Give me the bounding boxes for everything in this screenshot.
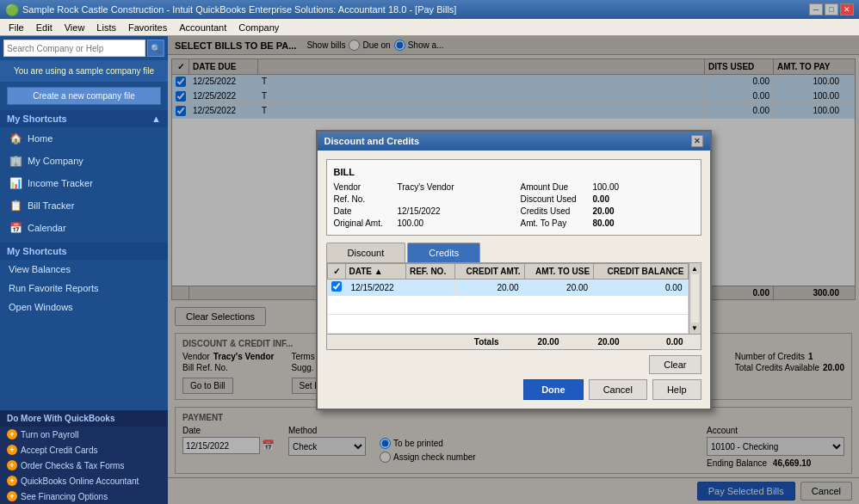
my-shortcuts-header[interactable]: My Shortcuts ▲: [0, 110, 168, 127]
sidebar-item-qboa[interactable]: + QuickBooks Online Accountant: [0, 473, 168, 489]
sidebar-item-bill-tracker[interactable]: 📋 Bill Tracker: [0, 194, 168, 217]
modal-amt-to-pay-value: 80.00: [593, 218, 615, 228]
company-icon: 🏢: [9, 154, 22, 168]
menu-view[interactable]: View: [59, 22, 90, 34]
menu-company[interactable]: Company: [233, 22, 284, 34]
col-amt-to-use-header: AMT. TO USE: [524, 264, 594, 280]
app-icon: 🟢: [5, 3, 19, 16]
bill-info-section: BILL Vendor Tracy's Vendor Amount Due 10…: [326, 159, 701, 236]
scroll-thumb[interactable]: [691, 274, 699, 323]
credits-table-area: ✓ DATE ▲ REF. NO. CREDIT AMT. AMT. TO US…: [327, 263, 701, 334]
credit-cards-plus-icon: +: [7, 445, 17, 455]
sidebar-item-view-balances[interactable]: View Balances: [0, 260, 168, 279]
modal-amount-due-value: 100.00: [593, 182, 620, 192]
search-bar: 🔍: [0, 36, 168, 60]
modal-vendor-value: Tracy's Vendor: [398, 182, 454, 192]
modal-overlay: Discount and Credits ✕ BILL Vendor Tracy…: [168, 36, 859, 504]
vertical-scrollbar[interactable]: ▲ ▼: [689, 263, 701, 334]
modal-credits-used-value: 20.00: [593, 206, 615, 216]
menu-file[interactable]: File: [3, 22, 29, 34]
credit-row1-refno: [405, 280, 454, 296]
chevron-icon: ▲: [151, 114, 161, 124]
col-credit-amt-header: CREDIT AMT.: [455, 264, 524, 280]
search-input[interactable]: [3, 40, 145, 57]
credits-table-container: ✓ DATE ▲ REF. NO. CREDIT AMT. AMT. TO US…: [327, 263, 689, 334]
credit-row1-check[interactable]: [327, 280, 345, 296]
window-title: Sample Rock Castle Construction - Intuit…: [22, 4, 456, 15]
totals-amt-to-use: 20.00: [566, 337, 627, 347]
credit-row1-date: 12/15/2022: [345, 280, 405, 296]
scroll-down[interactable]: ▼: [689, 324, 701, 334]
sidebar-item-order-checks[interactable]: + Order Checks & Tax Forms: [0, 458, 168, 473]
qboa-plus-icon: +: [7, 476, 17, 486]
home-label: Home: [28, 133, 53, 144]
payroll-plus-icon: +: [7, 429, 17, 439]
create-company-button[interactable]: Create a new company file: [7, 87, 161, 105]
shortcuts-header[interactable]: My Shortcuts: [0, 243, 168, 260]
home-icon: 🏠: [9, 132, 22, 145]
menu-lists[interactable]: Lists: [91, 22, 121, 34]
tab-discount[interactable]: Discount: [326, 243, 406, 262]
sidebar-item-home[interactable]: 🏠 Home: [0, 127, 168, 150]
modal-original-amt-label: Original Amt.: [334, 218, 394, 228]
menu-accountant[interactable]: Accountant: [174, 22, 232, 34]
financing-plus-icon: +: [7, 491, 17, 501]
search-button[interactable]: 🔍: [147, 40, 164, 57]
qboa-label: QuickBooks Online Accountant: [21, 476, 139, 486]
list-item: [327, 315, 688, 334]
discount-credits-modal: Discount and Credits ✕ BILL Vendor Tracy…: [316, 130, 712, 410]
payroll-label: Turn on Payroll: [21, 430, 78, 439]
calendar-label: Calendar: [28, 223, 66, 233]
clear-button[interactable]: Clear: [649, 355, 701, 374]
modal-body: BILL Vendor Tracy's Vendor Amount Due 10…: [318, 151, 710, 409]
done-button[interactable]: Done: [523, 379, 584, 400]
checks-label: Order Checks & Tax Forms: [21, 461, 124, 470]
modal-amount-due-label: Amount Due: [521, 182, 590, 192]
help-button[interactable]: Help: [652, 379, 701, 400]
modal-date-value: 12/15/2022: [398, 206, 441, 216]
credit-row1-checkbox[interactable]: [331, 281, 342, 292]
do-more-header: Do More With QuickBooks: [0, 410, 168, 427]
list-item[interactable]: 12/15/2022 20.00 20.00 0.00: [327, 280, 688, 296]
totals-balance: 0.00: [627, 337, 695, 347]
minimize-btn[interactable]: ─: [809, 3, 823, 15]
close-btn[interactable]: ✕: [840, 3, 854, 15]
restore-btn[interactable]: □: [825, 3, 838, 15]
tab-credits[interactable]: Credits: [407, 243, 480, 262]
sidebar-item-financing[interactable]: + See Financing Options: [0, 489, 168, 504]
modal-ref-no-label: Ref. No.: [334, 194, 394, 204]
income-tracker-label: Income Tracker: [28, 178, 93, 188]
modal-close-button[interactable]: ✕: [691, 135, 703, 147]
sidebar-item-credit-cards[interactable]: + Accept Credit Cards: [0, 442, 168, 458]
my-company-label: My Company: [28, 156, 83, 166]
menu-edit[interactable]: Edit: [31, 22, 58, 34]
credit-row1-balance: 0.00: [594, 280, 688, 296]
modal-action-buttons: Done Cancel Help: [326, 379, 701, 400]
sidebar: 🔍 You are using a sample company file Cr…: [0, 36, 168, 504]
run-reports-label: Run Favorite Reports: [9, 283, 99, 293]
col-refno-header: REF. NO.: [405, 264, 454, 280]
calendar-icon: 📅: [9, 221, 22, 235]
main-layout: 🔍 You are using a sample company file Cr…: [0, 36, 859, 504]
list-item: [327, 296, 688, 315]
sidebar-item-open-windows[interactable]: Open Windows: [0, 298, 168, 317]
sidebar-item-payroll[interactable]: + Turn on Payroll: [0, 427, 168, 442]
totals-label: Totals: [332, 337, 506, 347]
credit-row1-amt: 20.00: [455, 280, 524, 296]
modal-title: Discount and Credits: [324, 136, 420, 146]
sidebar-item-income-tracker[interactable]: 📊 Income Tracker: [0, 172, 168, 194]
modal-credits-used-label: Credits Used: [521, 206, 590, 216]
sidebar-item-calendar[interactable]: 📅 Calendar: [0, 217, 168, 239]
modal-cancel-button[interactable]: Cancel: [589, 379, 647, 400]
menu-favorites[interactable]: Favorites: [123, 22, 172, 34]
modal-date-label: Date: [334, 206, 394, 216]
scroll-up[interactable]: ▲: [689, 263, 701, 273]
clear-button-area: Clear: [326, 355, 701, 374]
totals-credit-amt: 20.00: [506, 337, 566, 347]
sidebar-item-my-company[interactable]: 🏢 My Company: [0, 150, 168, 172]
sidebar-item-run-reports[interactable]: Run Favorite Reports: [0, 279, 168, 298]
credit-row1-amt-to-use: 20.00: [524, 280, 594, 296]
modal-amt-to-pay-label: Amt. To Pay: [521, 218, 590, 228]
credit-cards-label: Accept Credit Cards: [21, 446, 97, 455]
financing-label: See Financing Options: [21, 492, 108, 501]
